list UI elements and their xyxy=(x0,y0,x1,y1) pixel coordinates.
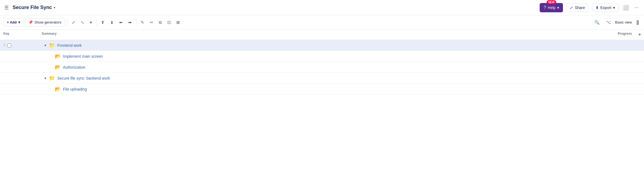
more-options-button[interactable]: ··· xyxy=(633,4,640,11)
add-label: + Add xyxy=(7,20,17,24)
table-row: ▼ 📁 Secure file sync: backend work xyxy=(0,73,644,84)
cut-button[interactable]: ✂ xyxy=(148,18,156,27)
collapse-icon: ⤡ xyxy=(81,20,84,25)
row-summary-cell: 📂 Authorization xyxy=(38,62,586,72)
table-row: 📂 Implement main screen xyxy=(0,51,644,62)
window-icon-button[interactable]: ⬜ xyxy=(622,4,630,12)
new-badge: NEW xyxy=(547,0,556,4)
row-summary-link[interactable]: Authorization xyxy=(63,65,85,69)
row-add-cell xyxy=(635,43,644,48)
app-title: Secure File Sync xyxy=(13,5,52,10)
toolbar-right: 🔍 ⌥ Basic view ||| xyxy=(592,18,641,27)
table-row: ⠿ ▼ 📁 Frontend work xyxy=(0,40,644,51)
add-chevron-icon: ▾ xyxy=(18,20,20,24)
folder-yellow-icon: 📁 xyxy=(49,75,55,81)
expand-icon: ⤢ xyxy=(72,20,75,25)
row-add-cell xyxy=(635,76,644,80)
row-summary-link[interactable]: Implement main screen xyxy=(63,54,103,59)
delete-button[interactable]: ⊠ xyxy=(174,18,182,27)
row-summary-cell: 📂 File uploading xyxy=(38,84,586,94)
export-button[interactable]: ⬆ Export ▾ xyxy=(592,3,619,12)
table-header: Key Summary Progress ＋ xyxy=(0,30,644,40)
paste-button[interactable]: ⊡ xyxy=(165,18,173,27)
share-icon: ⤢ xyxy=(570,5,573,10)
table-body: ⠿ ▼ 📁 Frontend work 📂 Implement main scr… xyxy=(0,40,644,95)
row-summary-cell: ▼ 📁 Frontend work xyxy=(38,40,586,51)
header-left: ☰ Secure File Sync ▾ xyxy=(4,5,55,11)
show-generators-label: Show generators xyxy=(34,20,61,24)
export-chevron-icon: ▾ xyxy=(613,5,615,10)
col-key-header: Key xyxy=(0,30,38,40)
row-summary-link[interactable]: File uploading xyxy=(63,87,87,91)
show-generators-button[interactable]: 📌 Show generators xyxy=(25,18,65,26)
columns-button[interactable]: ||| xyxy=(634,18,641,27)
row-key-cell xyxy=(0,65,38,69)
more-collapse-button[interactable]: ▾ xyxy=(88,18,94,27)
folder-yellow-icon: 📁 xyxy=(49,42,55,48)
collapse-arrow-icon[interactable]: ▼ xyxy=(44,44,47,47)
help-chevron-icon: ▾ xyxy=(557,5,559,10)
table-row: 📂 File uploading xyxy=(0,84,644,95)
row-add-cell xyxy=(635,87,644,91)
move-right-button[interactable]: ➡ xyxy=(126,18,134,27)
share-button[interactable]: ⤢ Share xyxy=(566,3,588,12)
collapse-button[interactable]: ⤡ xyxy=(79,18,87,27)
row-summary-cell: ▼ 📁 Secure file sync: backend work xyxy=(38,73,586,83)
separator-3 xyxy=(136,19,136,26)
add-column-button[interactable]: ＋ xyxy=(635,30,644,40)
chevron-down-icon: ▾ xyxy=(90,20,92,25)
drag-handle-icon[interactable]: ⠿ xyxy=(3,43,6,47)
search-button[interactable]: 🔍 xyxy=(592,18,602,27)
row-progress-cell xyxy=(586,43,635,48)
search-icon: 🔍 xyxy=(594,20,600,25)
folder-blue-icon: 📂 xyxy=(55,64,61,70)
help-label: Help xyxy=(548,5,556,10)
move-up-button[interactable]: ⬆ xyxy=(99,18,107,27)
menu-icon: ☰ xyxy=(4,5,9,11)
move-left-button[interactable]: ⬅ xyxy=(117,18,125,27)
expand-button[interactable]: ⤢ xyxy=(70,18,77,27)
move-right-icon: ➡ xyxy=(128,20,132,25)
columns-icon: ||| xyxy=(636,19,639,25)
add-button[interactable]: + Add ▾ xyxy=(3,18,24,26)
row-progress-cell xyxy=(586,65,635,69)
header-right: NEW ? Help ▾ ⤢ Share ⬆ Export ▾ ⬜ ··· xyxy=(540,3,640,12)
move-left-icon: ⬅ xyxy=(119,20,123,25)
cut-icon: ✂ xyxy=(150,20,153,25)
col-summary-header: Summary xyxy=(38,30,586,40)
help-button[interactable]: NEW ? Help ▾ xyxy=(540,3,563,12)
row-key-cell: ⠿ xyxy=(0,41,38,50)
copy-button[interactable]: ⧉ xyxy=(157,18,164,27)
app-title-chevron[interactable]: ▾ xyxy=(54,6,55,10)
export-icon: ⬆ xyxy=(596,5,599,10)
folder-blue-icon: 📂 xyxy=(55,53,61,59)
collapse-arrow-icon[interactable]: ▼ xyxy=(44,77,47,80)
table-row: 📂 Authorization xyxy=(0,62,644,73)
row-key-cell xyxy=(0,54,38,59)
header: ☰ Secure File Sync ▾ NEW ? Help ▾ ⤢ Shar… xyxy=(0,0,644,15)
row-key-cell xyxy=(0,76,38,80)
help-circle-icon: ? xyxy=(544,5,546,10)
row-summary-link[interactable]: Frontend work xyxy=(57,43,82,48)
col-progress-header: Progress xyxy=(586,30,635,40)
copy-icon: ⧉ xyxy=(159,20,162,25)
move-up-icon: ⬆ xyxy=(101,20,105,25)
row-add-cell xyxy=(635,65,644,69)
row-checkbox[interactable] xyxy=(7,43,11,47)
filter-icon: ⌥ xyxy=(606,20,611,25)
move-down-icon: ⬆ xyxy=(110,20,114,25)
separator-1 xyxy=(67,19,67,26)
row-key-cell xyxy=(0,87,38,91)
delete-icon: ⊠ xyxy=(176,20,180,25)
view-label: Basic view xyxy=(615,20,632,24)
row-add-cell xyxy=(635,54,644,59)
row-progress-cell xyxy=(586,54,635,59)
edit-button[interactable]: ✎ xyxy=(139,18,146,27)
move-down-button[interactable]: ⬆ xyxy=(108,18,116,27)
row-summary-cell: 📂 Implement main screen xyxy=(38,51,586,62)
pin-icon: 📌 xyxy=(28,20,33,24)
edit-icon: ✎ xyxy=(141,20,144,25)
filter-button[interactable]: ⌥ xyxy=(604,18,613,27)
row-summary-link[interactable]: Secure file sync: backend work xyxy=(57,76,110,80)
toolbar: + Add ▾ 📌 Show generators ⤢ ⤡ ▾ ⬆ ⬆ ⬅ ➡ … xyxy=(0,15,644,30)
